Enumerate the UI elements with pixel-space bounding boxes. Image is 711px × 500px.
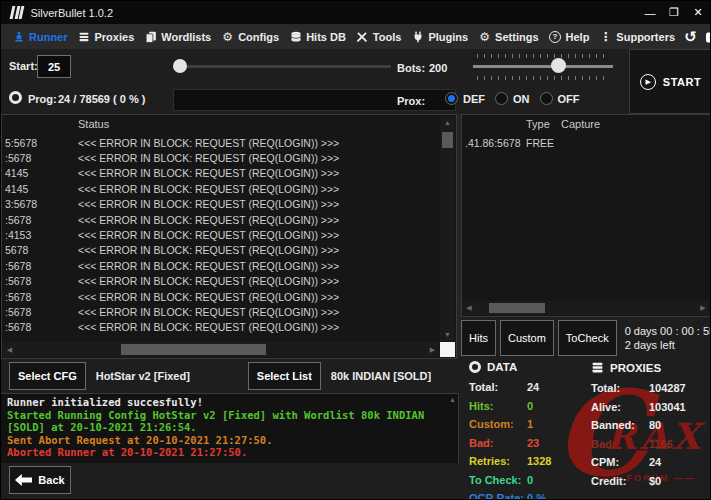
table-row[interactable]: :5678<<< ERROR IN BLOCK: REQUEST (REQ(LO… <box>2 320 439 335</box>
hits-rows: .41.86:5678FREE <box>462 135 710 300</box>
table-row[interactable]: :5678<<< ERROR IN BLOCK: REQUEST (REQ(LO… <box>2 304 439 319</box>
table-row[interactable]: 4145<<< ERROR IN BLOCK: REQUEST (REQ(LOG… <box>2 166 439 181</box>
minimize-button[interactable]: — <box>640 4 660 22</box>
stat-label: To Check: <box>469 471 527 490</box>
bots-slider[interactable] <box>473 54 613 80</box>
stat-value: 80 <box>649 416 661 435</box>
menu-item-proxies[interactable]: Proxies <box>73 24 140 49</box>
hits-horizontal-scrollbar[interactable]: ◀ ▶ <box>463 301 709 315</box>
hits-tab-buttons: HitsCustomToCheck <box>461 320 617 356</box>
menu-item-label: Hits DB <box>306 31 346 43</box>
hits-button[interactable]: Hits <box>461 320 496 356</box>
status-column-header[interactable]: Status <box>78 118 109 130</box>
bots-label: Bots: <box>397 62 425 74</box>
camera-icon[interactable] <box>704 28 711 45</box>
stat-credit: Credit:$0 <box>591 472 686 491</box>
menu-item-tools[interactable]: Tools <box>351 24 407 49</box>
gear-icon: ⚙ <box>478 30 491 43</box>
menu-item-supporters[interactable]: ⋮Supporters <box>594 24 680 49</box>
data-ring-icon <box>469 361 481 373</box>
stat-bad: Bad:23 <box>469 434 551 453</box>
results-table-header: Status <box>2 115 439 135</box>
scroll-down-icon[interactable]: ▼ <box>440 328 455 341</box>
status-cell: <<< ERROR IN BLOCK: REQUEST (REQ(LOGIN))… <box>78 183 439 195</box>
proxy-cell: :5678 <box>2 306 78 318</box>
table-row[interactable]: 3:5678<<< ERROR IN BLOCK: REQUEST (REQ(L… <box>2 197 439 212</box>
plug-icon <box>411 30 424 43</box>
menu-item-settings[interactable]: ⚙Settings <box>473 24 543 49</box>
menu-item-label: Proxies <box>95 31 135 43</box>
stat-value: 103041 <box>649 398 686 417</box>
server-icon <box>591 361 604 374</box>
prox-radio-on[interactable]: ON <box>495 92 530 105</box>
start-input[interactable] <box>37 55 71 78</box>
table-row[interactable]: :4153<<< ERROR IN BLOCK: REQUEST (REQ(LO… <box>2 227 439 242</box>
proxies-stats-column: PROXIES Total:104287Alive:103041Banned:8… <box>591 361 686 490</box>
vertical-scrollbar[interactable]: ▲ ▼ <box>440 116 455 341</box>
stat-to-check: To Check:0 <box>469 471 551 490</box>
menu-item-help[interactable]: ?Help <box>544 24 595 49</box>
menu-item-plugins[interactable]: Plugins <box>406 24 473 49</box>
scroll-left-icon[interactable]: ◀ <box>463 301 475 315</box>
hits-tab-bar: HitsCustomToCheck 0 days 00 : 00 : 55 2 … <box>461 320 711 356</box>
menu-item-label: Help <box>566 31 590 43</box>
maximize-button[interactable]: ❐ <box>664 4 684 22</box>
table-row[interactable]: :5678<<< ERROR IN BLOCK: REQUEST (REQ(LO… <box>2 274 439 289</box>
menu-item-wordlists[interactable]: Wordlists <box>139 24 216 49</box>
table-row[interactable]: 4145<<< ERROR IN BLOCK: REQUEST (REQ(LOG… <box>2 181 439 196</box>
table-row[interactable]: :5678<<< ERROR IN BLOCK: REQUEST (REQ(LO… <box>2 289 439 304</box>
custom-button[interactable]: Custom <box>500 320 554 356</box>
hit-row[interactable]: .41.86:5678FREE <box>462 135 710 150</box>
prox-label: Prox: <box>397 95 425 107</box>
proxy-cell: 4145 <box>2 167 78 179</box>
start-slider[interactable] <box>173 59 391 73</box>
menu-item-configs[interactable]: ⚙Configs <box>216 24 284 49</box>
stat-label: Total: <box>469 378 527 397</box>
hit-type-cell: FREE <box>526 137 561 149</box>
table-row[interactable]: :5678<<< ERROR IN BLOCK: REQUEST (REQ(LO… <box>2 212 439 227</box>
capture-column-header[interactable]: Capture <box>561 118 600 130</box>
wordlists-icon <box>144 30 157 43</box>
config-bar: Select CFG HotStar v2 [Fixed] Select Lis… <box>1 359 459 393</box>
prox-radio-def[interactable]: DEF <box>445 92 485 105</box>
select-list-button[interactable]: Select List <box>248 362 321 390</box>
scroll-right-icon[interactable]: ▶ <box>697 301 709 315</box>
stat-value: $0 <box>649 472 661 491</box>
status-cell: <<< ERROR IN BLOCK: REQUEST (REQ(LOGIN))… <box>78 321 439 333</box>
bots-value: 200 <box>429 62 447 74</box>
back-button[interactable]: Back <box>9 466 71 494</box>
log-scroll-up-icon[interactable]: ▲ <box>449 396 456 403</box>
stat-value: 0 % <box>527 489 546 500</box>
menu-item-hits-db[interactable]: Hits DB <box>284 24 351 49</box>
close-button[interactable]: ✕ <box>688 4 708 22</box>
type-column-header[interactable]: Type <box>526 118 550 130</box>
stat-value: 24 <box>527 378 539 397</box>
stat-total: Total:24 <box>469 378 551 397</box>
menu-item-label: Runner <box>29 31 68 43</box>
table-row[interactable]: :5678<<< ERROR IN BLOCK: REQUEST (REQ(LO… <box>2 150 439 165</box>
menu-item-runner[interactable]: Runner <box>7 24 73 49</box>
start-slider-thumb[interactable] <box>173 59 187 73</box>
scroll-up-icon[interactable]: ▲ <box>440 116 455 129</box>
tocheck-button[interactable]: ToCheck <box>558 320 617 356</box>
radio-dot-icon <box>445 92 458 105</box>
table-row[interactable]: 5678<<< ERROR IN BLOCK: REQUEST (REQ(LOG… <box>2 243 439 258</box>
scroll-left-icon[interactable]: ◀ <box>3 342 16 357</box>
hits-scroll-thumb[interactable] <box>489 303 545 313</box>
scroll-right-icon[interactable]: ▶ <box>426 342 439 357</box>
horizontal-scrollbar[interactable]: ◀ ▶ <box>3 342 439 357</box>
back-arrow-icon <box>15 474 32 486</box>
table-row[interactable]: :5678<<< ERROR IN BLOCK: REQUEST (REQ(LO… <box>2 258 439 273</box>
start-button[interactable]: ▶ START <box>629 49 711 114</box>
log-line: Aborted Runner at 20-10-2021 21:27:50. <box>7 446 444 459</box>
select-cfg-button[interactable]: Select CFG <box>9 362 86 390</box>
stat-ocr-rate: OCR Rate:0 % <box>469 489 551 500</box>
history-icon[interactable]: ↺ <box>682 28 699 45</box>
table-row[interactable]: 5:5678<<< ERROR IN BLOCK: REQUEST (REQ(L… <box>2 135 439 150</box>
stat-cpm: CPM:24 <box>591 453 686 472</box>
hits-table: Type Capture .41.86:5678FREE ◀ ▶ <box>461 114 711 317</box>
horizontal-scroll-thumb[interactable] <box>121 344 266 355</box>
vertical-scroll-thumb[interactable] <box>442 132 453 148</box>
bots-slider-thumb[interactable] <box>551 58 566 73</box>
prox-radio-off[interactable]: OFF <box>540 92 580 105</box>
